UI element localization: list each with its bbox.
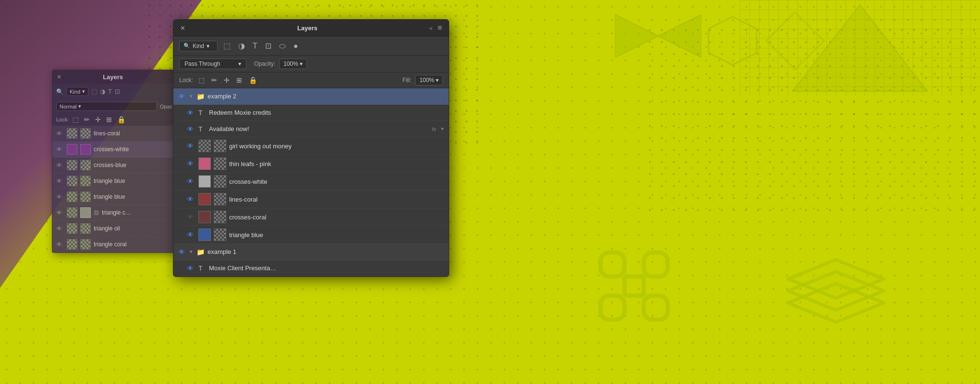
filter-icon-adjust[interactable]: ◑ xyxy=(236,40,247,51)
eye-icon[interactable]: 👁 xyxy=(56,162,64,169)
layer-mask-thumbnail xyxy=(80,223,91,234)
svg-marker-14 xyxy=(788,260,884,298)
layer-thumbnail xyxy=(198,193,211,205)
bg-kind-dropdown[interactable]: Kind ▾ xyxy=(66,87,88,96)
list-item[interactable]: 👁 triangle oil xyxy=(52,221,176,237)
filter-icon-text[interactable]: T xyxy=(251,41,259,51)
panel-menu-icon[interactable]: ≡ xyxy=(438,24,442,32)
lock-move-icon[interactable]: ✛ xyxy=(222,76,231,84)
list-item[interactable]: 👁 ⛓ triangle c… xyxy=(52,205,176,221)
lock-brush-icon[interactable]: ✏ xyxy=(210,76,219,84)
layer-thumbnail xyxy=(67,223,77,234)
eye-icon[interactable]: 👁 xyxy=(187,231,196,239)
filter-icon-vectormask[interactable]: ⬭ xyxy=(277,41,288,51)
lock-transparent-icon[interactable]: ⬚ xyxy=(197,76,206,84)
bg-filter-icon-text[interactable]: T xyxy=(108,88,112,95)
eye-icon[interactable]: 👁 xyxy=(187,142,196,150)
eye-icon[interactable]: 👁 xyxy=(56,146,64,153)
list-item[interactable]: 👁 T Moxie Client Presenta… xyxy=(173,260,449,276)
bg-kind-chevron: ▾ xyxy=(82,88,85,95)
eye-icon[interactable]: 👁 xyxy=(56,225,64,232)
layers-panel-main: ✕ Layers « ≡ 🔍 Kind ▾ ⬚ ◑ T ⊡ ⬭ ● Pass T… xyxy=(173,19,449,277)
layer-name-text: lines-coral xyxy=(94,130,120,137)
bg-panel-close-button[interactable]: × xyxy=(57,73,61,81)
eye-icon[interactable]: 👁 xyxy=(187,125,196,133)
layer-mask-thumbnail xyxy=(80,207,91,218)
list-item[interactable]: 👁 crosses-coral xyxy=(173,208,449,226)
main-panel-close-button[interactable]: ✕ xyxy=(180,24,185,32)
layer-thumbnail xyxy=(67,207,77,218)
bg-lock-all-icon[interactable]: 🔒 xyxy=(116,115,127,124)
list-item[interactable]: 👁 lines-coral xyxy=(173,191,449,208)
bg-search-icon: 🔍 xyxy=(56,88,63,95)
layer-name-text: triangle blue xyxy=(94,193,125,200)
layer-name-text: crosses-white xyxy=(229,178,444,185)
layer-mask-thumbnail xyxy=(80,160,91,170)
bg-filter-row: 🔍 Kind ▾ ⬚ ◑ T ⊡ xyxy=(52,84,176,99)
eye-icon[interactable]: 👁 xyxy=(187,178,196,185)
bg-filter-icon-adjust[interactable]: ◑ xyxy=(100,88,105,95)
layer-name-text: crosses-coral xyxy=(229,214,444,221)
layer-name-text: crosses-white xyxy=(94,146,129,153)
bg-blend-row: Normal ▾ Opac xyxy=(52,99,176,113)
bg-lock-brush-icon[interactable]: ✏ xyxy=(83,115,91,124)
group-expand-arrow[interactable]: ▾ xyxy=(190,93,193,99)
list-item[interactable]: 👁 triangle blue xyxy=(52,189,176,205)
main-blend-label: Pass Through xyxy=(184,60,220,67)
filter-icon-pixel[interactable]: ● xyxy=(292,41,300,51)
main-kind-dropdown[interactable]: 🔍 Kind ▾ xyxy=(179,41,218,51)
list-item[interactable]: 👁 crosses-white xyxy=(52,142,176,157)
list-item[interactable]: 👁 lines-coral xyxy=(52,126,176,142)
bg-blend-dropdown[interactable]: Normal ▾ xyxy=(56,102,157,111)
fx-chevron[interactable]: ▾ xyxy=(441,126,444,132)
list-item[interactable]: 👁 T Redeem Moxie credits xyxy=(173,105,449,121)
list-item[interactable]: 👁 girl working out money xyxy=(173,137,449,155)
hexagon-svg xyxy=(706,14,759,67)
eye-icon[interactable]: 👁 xyxy=(187,160,196,168)
eye-icon[interactable]: 👁 xyxy=(56,209,64,216)
eye-icon[interactable]: 👁 xyxy=(56,193,64,201)
layer-thumbnail xyxy=(67,176,77,186)
list-item[interactable]: 👁 triangle coral xyxy=(52,237,176,252)
bg-lock-artboard-icon[interactable]: ⊞ xyxy=(105,115,113,124)
list-item[interactable]: 👁 triangle blue xyxy=(173,226,449,244)
group-expand-arrow[interactable]: ▾ xyxy=(190,249,193,255)
layer-thumbnail xyxy=(67,192,77,202)
fill-label: Fill: xyxy=(403,77,412,84)
list-item[interactable]: 👁 crosses-blue xyxy=(52,157,176,173)
filter-icon-image[interactable]: ⬚ xyxy=(221,40,233,51)
collapse-icon[interactable]: « xyxy=(429,24,432,32)
list-item[interactable]: 👁 ▾ 📁 example 2 xyxy=(173,88,449,105)
list-item[interactable]: 👁 crosses-white xyxy=(173,173,449,191)
bg-filter-icon-image[interactable]: ⬚ xyxy=(91,88,97,95)
list-item[interactable]: 👁 thin leafs - pink xyxy=(173,155,449,173)
eye-icon[interactable]: 👁 xyxy=(56,178,64,185)
bg-lock-move-icon[interactable]: ✛ xyxy=(94,115,102,124)
text-layer-icon: T xyxy=(198,125,206,133)
fill-value[interactable]: 100% ▾ xyxy=(415,75,443,85)
main-blend-dropdown[interactable]: Pass Through ▾ xyxy=(179,59,246,69)
bg-filter-icon-crop[interactable]: ⊡ xyxy=(115,88,120,95)
main-blend-row: Pass Through ▾ Opacity: 100% ▾ xyxy=(173,56,449,72)
bg-lock-transparent-icon[interactable]: ⬚ xyxy=(71,115,80,124)
eye-icon[interactable]: 👁 xyxy=(187,213,196,221)
layer-thumbnail xyxy=(198,140,211,152)
command-svg xyxy=(586,238,682,334)
eye-icon[interactable]: 👁 xyxy=(178,248,187,256)
main-panel-title: Layers xyxy=(297,24,318,32)
eye-icon[interactable]: 👁 xyxy=(178,93,187,100)
list-item[interactable]: 👁 triangle blue xyxy=(52,173,176,189)
filter-icon-transform[interactable]: ⊡ xyxy=(263,40,273,51)
list-item[interactable]: 👁 ▾ 📁 example 1 xyxy=(173,244,449,260)
folder-icon: 📁 xyxy=(196,93,205,100)
opacity-value[interactable]: 100% ▾ xyxy=(279,59,307,69)
list-item[interactable]: 👁 T Available now! fx ▾ xyxy=(173,121,449,137)
eye-icon[interactable]: 👁 xyxy=(187,264,196,272)
eye-icon[interactable]: 👁 xyxy=(187,195,196,203)
eye-icon[interactable]: 👁 xyxy=(187,109,196,117)
eye-icon[interactable]: 👁 xyxy=(56,241,64,248)
lock-all-icon[interactable]: 🔒 xyxy=(247,76,258,84)
lock-artboard-icon[interactable]: ⊞ xyxy=(235,76,244,84)
eye-icon[interactable]: 👁 xyxy=(56,130,64,137)
svg-marker-2 xyxy=(709,17,757,65)
